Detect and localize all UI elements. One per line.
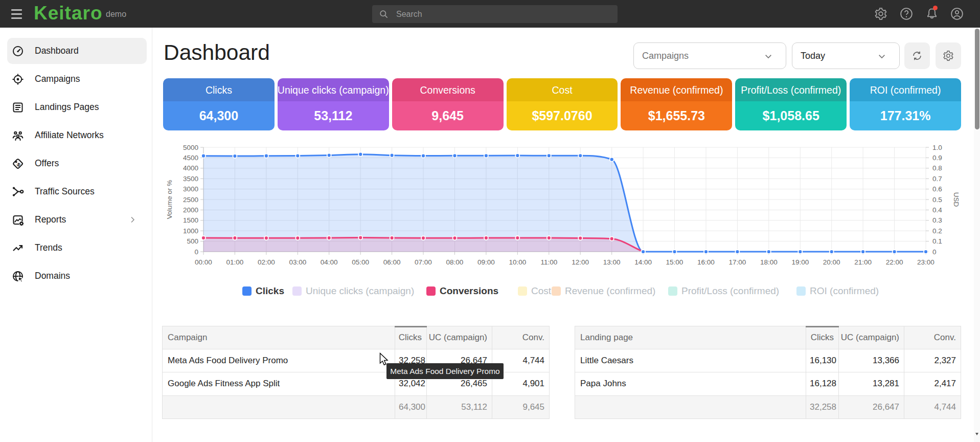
- svg-text:10:00: 10:00: [509, 258, 526, 266]
- svg-text:2500: 2500: [183, 196, 198, 204]
- svg-text:08:00: 08:00: [446, 258, 464, 266]
- svg-text:0.4: 0.4: [932, 206, 942, 214]
- svg-text:0: 0: [932, 248, 937, 256]
- svg-text:0.8: 0.8: [932, 164, 942, 172]
- svg-text:14:00: 14:00: [634, 258, 652, 266]
- svg-text:1000: 1000: [183, 227, 198, 235]
- svg-text:07:00: 07:00: [415, 258, 432, 266]
- svg-text:11:00: 11:00: [540, 258, 557, 266]
- svg-text:02:00: 02:00: [258, 258, 275, 266]
- svg-text:19:00: 19:00: [791, 258, 809, 266]
- svg-text:2000: 2000: [183, 206, 198, 214]
- svg-text:3500: 3500: [183, 175, 198, 183]
- svg-text:15:00: 15:00: [666, 258, 683, 266]
- svg-text:0.6: 0.6: [932, 185, 942, 193]
- svg-text:03:00: 03:00: [289, 258, 306, 266]
- svg-text:04:00: 04:00: [321, 258, 338, 266]
- svg-text:12:00: 12:00: [572, 258, 589, 266]
- svg-text:09:00: 09:00: [477, 258, 495, 266]
- svg-text:21:00: 21:00: [854, 258, 872, 266]
- svg-text:20:00: 20:00: [823, 258, 840, 266]
- svg-text:17:00: 17:00: [729, 258, 746, 266]
- svg-text:0.5: 0.5: [932, 196, 942, 204]
- svg-text:4000: 4000: [183, 164, 198, 172]
- svg-text:00:00: 00:00: [195, 258, 212, 266]
- svg-text:4500: 4500: [183, 154, 198, 162]
- svg-text:0.7: 0.7: [932, 175, 942, 183]
- svg-text:1.0: 1.0: [932, 144, 942, 151]
- svg-text:13:00: 13:00: [603, 258, 621, 266]
- svg-text:USD: USD: [952, 192, 960, 207]
- svg-text:5000: 5000: [183, 144, 198, 151]
- svg-text:1500: 1500: [183, 216, 198, 224]
- svg-text:22:00: 22:00: [886, 258, 903, 266]
- svg-text:0.3: 0.3: [932, 216, 942, 224]
- svg-text:05:00: 05:00: [352, 258, 369, 266]
- svg-text:500: 500: [187, 237, 198, 245]
- svg-text:16:00: 16:00: [697, 258, 715, 266]
- svg-text:3000: 3000: [183, 185, 198, 193]
- svg-text:0.2: 0.2: [932, 227, 942, 235]
- svg-text:06:00: 06:00: [383, 258, 401, 266]
- svg-text:23:00: 23:00: [917, 258, 935, 266]
- svg-text:18:00: 18:00: [760, 258, 778, 266]
- svg-text:0.9: 0.9: [932, 154, 942, 162]
- svg-text:0.1: 0.1: [932, 237, 942, 245]
- svg-text:Volume or %: Volume or %: [166, 180, 173, 219]
- svg-text:01:00: 01:00: [226, 258, 244, 266]
- svg-text:0: 0: [194, 248, 198, 256]
